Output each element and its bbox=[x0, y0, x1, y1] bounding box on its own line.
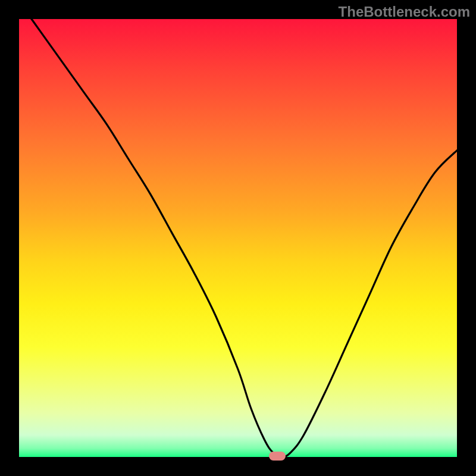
plot-area bbox=[19, 19, 457, 457]
minimum-marker bbox=[269, 452, 286, 461]
watermark-text: TheBottleneck.com bbox=[339, 4, 470, 20]
chart-frame: TheBottleneck.com bbox=[0, 0, 476, 476]
bottleneck-curve bbox=[19, 19, 457, 457]
